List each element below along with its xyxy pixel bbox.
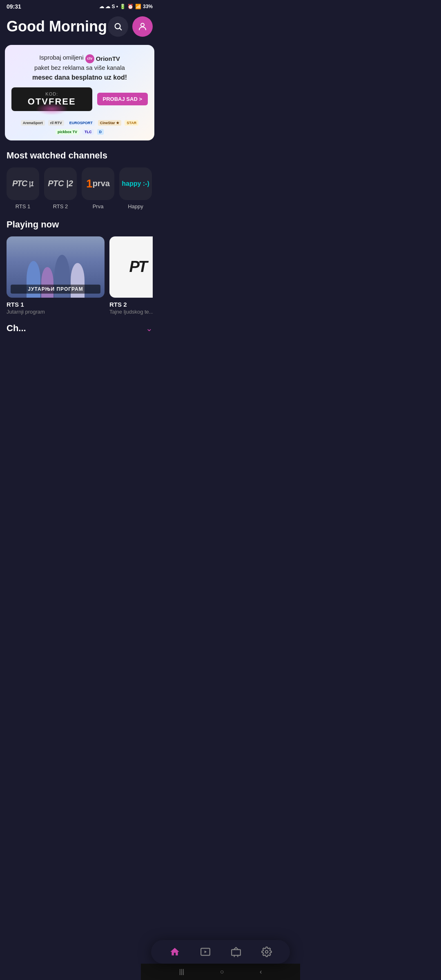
promo-glow xyxy=(36,103,68,115)
promo-banner: Isprobaj omiljeni ctv OrionTV paket bez … xyxy=(5,45,154,140)
promo-code-block: KOD: OTVFREE xyxy=(11,87,92,111)
playing-card-rts1[interactable]: ЈУТАРЊИ ПРОГРАМ RTS 1 Jutarnji program xyxy=(7,236,105,315)
rts2-logo-box: РТС |2 xyxy=(44,167,77,200)
rts2-label: RTS 2 xyxy=(53,203,68,209)
pickbox-logo: pickbox TV xyxy=(56,129,79,135)
most-watched-section: Most watched channels РТС |1 RTS 1 РТС |… xyxy=(0,150,159,211)
battery-icon: 🔋 xyxy=(120,4,126,9)
profile-icon xyxy=(138,22,147,31)
alarm-icon: ⏰ xyxy=(127,4,134,9)
status-icons: ☁ ☁ S • 🔋 ⏰ 📶 33% xyxy=(99,4,153,9)
rts1-playing-channel: RTS 1 xyxy=(7,301,105,308)
rts1-label: RTS 1 xyxy=(16,203,31,209)
chevron-down-icon[interactable]: ⌄ xyxy=(146,323,153,333)
channel-item-rts2[interactable]: РТС |2 RTS 2 xyxy=(44,167,77,209)
rts1-logo-box: РТС |1 xyxy=(7,167,39,200)
arena-sport-logo: ArenaSport xyxy=(21,120,45,126)
promo-brand: ctv OrionTV xyxy=(85,54,120,64)
playing-now-section: Playing now ЈУТАРЊИ ПРОГРАМ RTS 1 Jutarn… xyxy=(0,219,159,315)
svg-line-1 xyxy=(120,28,121,30)
bottom-navigation xyxy=(151,940,159,964)
rts2-thumbnail: РТ xyxy=(109,236,153,298)
search-icon xyxy=(114,22,122,31)
playing-card-rts2[interactable]: РТ RTS 2 Tajne ljudskog te... xyxy=(109,236,153,315)
rts2-playing-channel: RTS 2 xyxy=(109,301,153,308)
promo-text-line1: Isprobaj omiljeni ctv OrionTV paket bez … xyxy=(11,53,148,82)
playing-now-title: Playing now xyxy=(7,219,153,230)
status-time: 09:31 xyxy=(7,3,21,10)
status-bar: 09:31 ☁ ☁ S • 🔋 ⏰ 📶 33% xyxy=(0,0,159,11)
android-navbar: ||| ○ ‹ xyxy=(141,964,159,980)
battery-percent: 33% xyxy=(143,4,153,9)
playing-row: ЈУТАРЊИ ПРОГРАМ RTS 1 Jutarnji program Р… xyxy=(7,236,153,315)
promo-middle: KOD: OTVFREE PROBAJ SAD > xyxy=(11,82,148,116)
search-button[interactable] xyxy=(108,16,128,37)
cinestar-logo: CineStar ★ xyxy=(98,120,122,126)
star-channel-logo: STAR xyxy=(125,120,138,126)
prva-label: Prva xyxy=(93,203,104,209)
discovery-logo: D xyxy=(97,129,104,135)
promo-code-label: KOD: xyxy=(18,91,86,96)
promo-channel-logos: ArenaSport ril RTV EUROSPORT CineStar ★ … xyxy=(11,120,148,135)
orion-logo: ctv xyxy=(85,54,94,63)
eurosport-logo: EUROSPORT xyxy=(67,120,95,126)
rts2-playing-show: Tajne ljudskog te... xyxy=(109,309,153,315)
rts1-thumbnail: ЈУТАРЊИ ПРОГРАМ xyxy=(7,236,105,298)
rts1-overlay-text: ЈУТАРЊИ ПРОГРАМ xyxy=(11,285,100,294)
channel-item-rts1[interactable]: РТС |1 RTS 1 xyxy=(7,167,39,209)
happy-label: Happy xyxy=(128,203,143,209)
channels-section: Ch... ⌄ xyxy=(0,323,159,334)
svg-point-2 xyxy=(141,23,144,27)
header-actions xyxy=(108,16,153,37)
prva-logo-box: 1prva xyxy=(82,167,114,200)
channel-item-prva[interactable]: 1prva Prva xyxy=(82,167,114,209)
profile-button[interactable] xyxy=(132,16,153,37)
greeting-text: Good Morning xyxy=(7,18,108,35)
tlc-logo: TLC xyxy=(82,129,94,135)
header: Good Morning xyxy=(0,11,159,45)
channel-item-happy[interactable]: happy :-) Happy xyxy=(119,167,152,209)
wifi-icon: 📶 xyxy=(135,4,141,9)
promo-try-button[interactable]: PROBAJ SAD > xyxy=(97,93,148,105)
channels-section-title: Ch... xyxy=(7,323,26,334)
most-watched-title: Most watched channels xyxy=(7,150,153,161)
rts1-playing-show: Jutarnji program xyxy=(7,309,105,315)
rtv-logo: ril RTV xyxy=(48,120,64,126)
happy-logo-box: happy :-) xyxy=(119,167,152,200)
channels-row: РТС |1 RTS 1 РТС |2 RTS 2 1prva Prva hap… xyxy=(7,167,153,211)
status-icons-left: ☁ ☁ S • xyxy=(99,4,118,9)
